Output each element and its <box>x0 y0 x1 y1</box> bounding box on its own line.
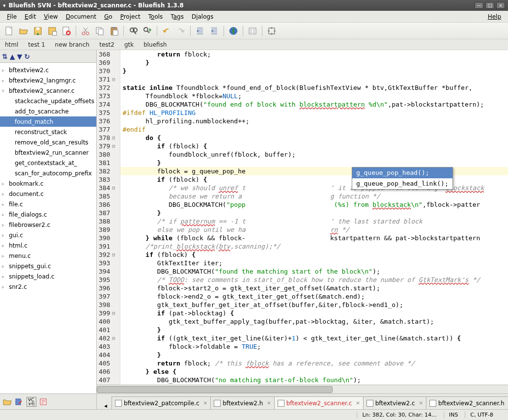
expand-icon[interactable]: ▹ <box>2 202 8 207</box>
editor-tab[interactable]: bftextview2.h✕ <box>210 396 274 409</box>
doc-tab-1[interactable]: test 1 <box>26 40 47 49</box>
tree-item[interactable]: ▹snippets_load.c <box>0 271 96 281</box>
menu-project[interactable]: Project <box>116 12 144 21</box>
unindent-button[interactable] <box>194 25 206 37</box>
tree-item[interactable]: ▹file.c <box>0 199 96 209</box>
tree-function-item[interactable]: remove_old_scan_results <box>0 137 96 147</box>
collapse-icon[interactable]: ▿ <box>2 88 8 93</box>
code-line[interactable]: /* if patternum == -1 t ' the last start… <box>120 217 508 225</box>
menu-go[interactable]: Go <box>100 12 116 21</box>
menu-file[interactable]: File <box>3 12 21 21</box>
expand-icon[interactable]: ▹ <box>2 223 8 227</box>
tab-scroll-left[interactable]: ◂ <box>100 402 112 409</box>
bookmark-tab-icon[interactable] <box>15 398 24 406</box>
menu-dialogs[interactable]: Dialogs <box>188 12 218 21</box>
expand-icon[interactable]: ▹ <box>2 274 8 279</box>
expand-icon[interactable]: ▹ <box>2 233 8 238</box>
code-line[interactable]: } <box>120 67 508 75</box>
code-line[interactable]: DBG_BLOCKMATCH("no matching start-of-blo… <box>120 376 508 384</box>
editor-tab[interactable]: bftextview2_scanner.h✕ <box>426 396 508 409</box>
code-line[interactable]: } <box>120 159 508 167</box>
menu-tags[interactable]: Tags <box>167 12 188 21</box>
expand-icon[interactable]: ▹ <box>2 192 8 196</box>
tree-item[interactable]: ▹document.c <box>0 189 96 199</box>
code-line[interactable]: } <box>120 351 508 359</box>
doc-tab-5[interactable]: bluefish <box>141 40 169 49</box>
tree-item[interactable]: ▹file_dialogs.c <box>0 209 96 220</box>
code-line[interactable]: fblock->end2_o = gtk_text_iter_get_offse… <box>120 292 508 301</box>
code-line[interactable]: if ((gtk_text_iter_get_line(&iter)+1) < … <box>120 334 508 342</box>
doc-tab-0[interactable]: html <box>3 40 20 49</box>
redo-button[interactable] <box>174 25 187 37</box>
close-file-button[interactable] <box>60 25 73 37</box>
code-line[interactable]: Tfoundblock *fblock=NULL; <box>120 92 508 100</box>
expand-icon[interactable]: ▹ <box>2 243 8 248</box>
indent-button[interactable] <box>208 25 221 37</box>
code-line[interactable]: } while (fblock && fblock- kstartpattern… <box>120 234 508 242</box>
menu-help[interactable]: Help <box>484 12 505 21</box>
menu-view[interactable]: View <box>40 12 61 21</box>
paste-button[interactable] <box>108 25 120 37</box>
tab-close-icon[interactable]: ✕ <box>356 400 360 406</box>
code-line[interactable]: DBG_BLOCKMATCH("found the matching start… <box>120 267 508 276</box>
autocomplete-item[interactable]: g_queue_pop_head_link(); <box>352 178 452 189</box>
preferences-button[interactable] <box>246 25 259 37</box>
expand-icon[interactable]: ▹ <box>2 68 8 73</box>
expand-icon[interactable]: ▹ <box>2 253 8 258</box>
horizontal-scrollbar[interactable] <box>97 385 508 393</box>
code-line[interactable]: static inline Tfoundblock *found_end_of_… <box>120 84 508 92</box>
expand-icon[interactable]: ▹ <box>2 181 8 186</box>
tree-item[interactable]: ▹bftextview2.c <box>0 65 96 75</box>
tree-item[interactable]: ▹gui.c <box>0 230 96 240</box>
menu-edit[interactable]: Edit <box>21 12 40 21</box>
tree-item[interactable]: ▹bookmark.c <box>0 178 96 189</box>
code-line[interactable]: #ifdef HL_PROFILING <box>120 109 508 117</box>
code-line[interactable]: do { <box>120 134 508 142</box>
fullscreen-button[interactable] <box>265 25 278 37</box>
copy-button[interactable] <box>93 25 106 37</box>
refresh-icon[interactable]: ↻ <box>24 53 30 60</box>
find-replace-button[interactable] <box>141 25 154 37</box>
code-line[interactable]: return fblock; /* this fblock has a refe… <box>120 359 508 367</box>
close-button[interactable]: × <box>496 2 505 9</box>
new-file-button[interactable] <box>3 25 16 37</box>
chars-tab-icon[interactable]: ∀C∨∈ <box>27 397 36 407</box>
autocomplete-popup[interactable]: g_queue_pop_head();g_queue_pop_head_link… <box>352 167 453 190</box>
open-file-button[interactable] <box>17 25 30 37</box>
expand-icon[interactable]: ▹ <box>2 284 8 289</box>
tab-close-icon[interactable]: ✕ <box>419 400 423 406</box>
maximize-button[interactable]: □ <box>485 2 494 9</box>
code-line[interactable]: } <box>120 58 508 67</box>
editor-tab[interactable]: bftextview2.c✕ <box>363 396 426 409</box>
expand-icon[interactable]: ▹ <box>2 78 8 83</box>
tree-item[interactable]: ▹menu.c <box>0 251 96 261</box>
editor-tab[interactable]: bftextview2_patcompile.c✕ <box>112 396 211 409</box>
code-line[interactable]: gtk_text_buffer_apply_tag(buffer,pat->bl… <box>120 317 508 326</box>
code-line[interactable]: fblock->foldable = TRUE; <box>120 342 508 351</box>
down-icon[interactable]: ▼ <box>17 53 23 60</box>
tree-item[interactable]: ▹snippets_gui.c <box>0 261 96 271</box>
doc-tab-2[interactable]: new branch <box>53 40 91 49</box>
menu-tools[interactable]: Tools <box>144 12 167 21</box>
browser-preview-button[interactable] <box>227 25 240 37</box>
code-line[interactable]: /* TODO: see comments in start_of_block … <box>120 276 508 284</box>
code-line[interactable]: DBG_BLOCKMATCH("found end of block with … <box>120 100 508 109</box>
autocomplete-item[interactable]: g_queue_pop_head(); <box>352 168 452 178</box>
editor-tab[interactable]: bftextview2_scanner.c✕ <box>274 396 364 409</box>
code-area[interactable]: return fblock; }}static inline Tfoundblo… <box>120 50 508 385</box>
tree-function-item[interactable]: bftextview2_run_scanner <box>0 147 96 158</box>
code-line[interactable]: because we return a g function */ <box>120 192 508 200</box>
code-line[interactable]: if (fblock) { <box>120 142 508 150</box>
save-as-button[interactable] <box>46 25 58 37</box>
sort-icon[interactable]: ⇅ <box>2 53 8 60</box>
expand-icon[interactable]: ▹ <box>2 264 8 269</box>
folder-tab-icon[interactable] <box>3 398 12 406</box>
code-line[interactable]: else we pop until we ha rn */ <box>120 225 508 234</box>
undo-button[interactable] <box>160 25 173 37</box>
tree-item[interactable]: ▿bftextview2_scanner.c <box>0 85 96 96</box>
tree-item[interactable]: ▹snr2.c <box>0 281 96 292</box>
code-line[interactable]: /*print_blockstack(btv,scanning);*/ <box>120 242 508 251</box>
find-button[interactable] <box>127 25 140 37</box>
save-button[interactable] <box>31 25 44 37</box>
expand-icon[interactable]: ▹ <box>2 212 8 217</box>
